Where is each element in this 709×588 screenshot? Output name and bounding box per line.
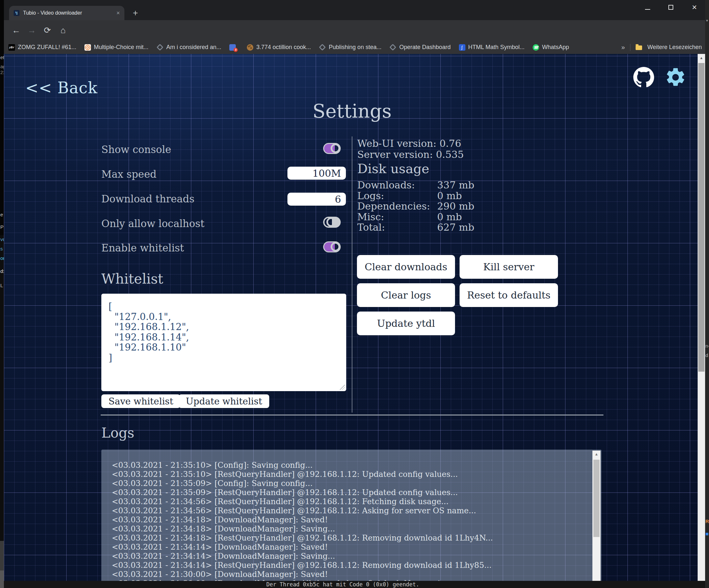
log-line: <03.03.2021 - 21:34:18> [DownloadManager…: [112, 515, 588, 524]
log-line: <03.03.2021 - 21:35:10> [RestQueryHandle…: [112, 470, 588, 479]
screen: ↯ Tubio - Video downloader × + × ← → ⟳ ⌂…: [0, 0, 709, 588]
disk-usage-value: 0 mb: [437, 190, 462, 201]
log-line: <03.03.2021 - 21:34:14> [DownloadManager…: [112, 542, 588, 552]
log-line: <03.03.2021 - 21:35:09> [RestQueryHandle…: [112, 488, 588, 497]
bookmark-unlabeled[interactable]: [229, 44, 239, 51]
bookmark-am-i-considered[interactable]: Am i considered an...: [157, 44, 221, 51]
log-line: <03.03.2021 - 21:34:14> [DownloadManager…: [112, 552, 588, 561]
logs-panel[interactable]: <03.03.2021 - 21:35:10> [Config]: Saving…: [101, 450, 602, 588]
update-whitelist-button[interactable]: Update whitelist: [179, 394, 269, 408]
bookmark-label: Multiple-Choice mit...: [94, 44, 149, 51]
logs-scrollbar-thumb[interactable]: [594, 460, 600, 537]
clear-downloads-button[interactable]: Clear downloads: [357, 255, 455, 279]
enable-whitelist-toggle[interactable]: [323, 241, 341, 252]
bookmark-zomg-zufall[interactable]: z0r ZOMG ZUFALL! #61...: [8, 44, 76, 51]
whitelist-title: Whitelist: [101, 271, 163, 287]
reload-icon[interactable]: ⟳: [41, 20, 54, 41]
back-nav-icon[interactable]: ←: [10, 20, 23, 41]
bookmark-html-math[interactable]: ∫ HTML Math Symbol...: [459, 44, 525, 51]
disk-usage-label: Misc:: [357, 212, 437, 223]
window-close-button[interactable]: ×: [690, 2, 699, 12]
bookmark-operate-dashboard[interactable]: Operate Dashboard: [389, 44, 450, 51]
page-scrollbar-thumb[interactable]: [698, 63, 705, 372]
log-line: <03.03.2021 - 21:35:09> [Config]: Saving…: [112, 479, 588, 488]
disk-usage-row: Logs:0 mb: [357, 191, 474, 201]
bookmark-favicon: [229, 44, 236, 51]
settings-gear-icon[interactable]: [664, 66, 687, 88]
disk-usage-value: 290 mb: [437, 200, 474, 212]
bookmark-whatsapp[interactable]: ☎ WhatsApp: [533, 44, 569, 51]
back-link[interactable]: << Back: [25, 79, 98, 97]
bookmark-label: Operate Dashboard: [399, 44, 450, 51]
background-window-left-edge: etag2:ePvosond:L: [0, 0, 4, 588]
bookmark-favicon: [157, 44, 163, 51]
log-line: <03.03.2021 - 21:34:14> [RestQueryHandle…: [112, 561, 588, 570]
other-bookmarks-label[interactable]: Weitere Lesezeichen: [647, 44, 702, 51]
disk-usage-label: Total:: [357, 222, 437, 233]
log-line: <03.03.2021 - 21:34:56> [RestQueryHandle…: [112, 497, 588, 506]
bookmark-favicon: [389, 44, 396, 51]
background-text-fragment: n-: [705, 343, 709, 349]
max-speed-label: Max speed: [101, 168, 157, 180]
forward-nav-icon[interactable]: →: [25, 20, 38, 41]
home-icon[interactable]: ⌂: [56, 20, 70, 41]
page-title: Settings: [0, 100, 704, 122]
maximize-button[interactable]: [668, 5, 673, 10]
textarea-resize-handle[interactable]: [340, 385, 345, 390]
background-text-fragment: e: [0, 212, 3, 217]
disk-usage-row: Downloads:337 mb: [357, 180, 474, 191]
background-text-fragment: P: [0, 224, 4, 230]
log-line: <03.03.2021 - 21:30:00> [DownloadManager…: [112, 570, 588, 579]
disk-usage-label: Dependencies:: [357, 201, 437, 212]
webui-version: Web-UI version: 0.76: [357, 138, 461, 149]
minimize-button[interactable]: [645, 9, 650, 10]
bookmark-multiple-choice[interactable]: Multiple-Choice mit...: [84, 44, 149, 51]
page-scrollbar[interactable]: ▲ ▼: [698, 54, 705, 588]
bookmark-label: Publishing on stea...: [329, 44, 381, 51]
disk-usage-value: 627 mb: [437, 222, 474, 233]
tab-title: Tubio - Video downloader: [23, 10, 114, 16]
window-titlebar: ↯ Tubio - Video downloader × + ×: [0, 0, 709, 20]
show-console-label: Show console: [101, 144, 171, 155]
background-text-fragment: on: [0, 255, 4, 261]
background-text-fragment: d:: [0, 269, 4, 274]
bookmark-label: 3.774 octillion cook...: [256, 44, 311, 51]
horizontal-divider: [101, 414, 603, 415]
bookmark-favicon: [319, 44, 326, 51]
background-text-fragment: ◼: [705, 532, 709, 536]
reset-defaults-button[interactable]: Reset to defaults: [459, 283, 558, 307]
server-version: Server version: 0.535: [357, 149, 464, 160]
bookmarks-overflow-icon[interactable]: »: [621, 44, 625, 51]
bookmark-octillion-cookies[interactable]: 3.774 octillion cook...: [247, 44, 311, 51]
background-text-fragment: 2:: [0, 70, 4, 75]
log-line: <03.03.2021 - 21:34:18> [DownloadManager…: [112, 524, 588, 533]
only-localhost-label: Only allow localhost: [101, 218, 204, 229]
tab-close-icon[interactable]: ×: [116, 10, 120, 17]
new-tab-button[interactable]: +: [130, 8, 141, 19]
bookmark-label: WhatsApp: [542, 44, 569, 51]
bookmark-publishing-steam[interactable]: Publishing on stea...: [319, 44, 381, 51]
update-ytdl-button[interactable]: Update ytdl: [357, 311, 455, 335]
only-localhost-toggle[interactable]: [323, 217, 341, 228]
bookmarks-bar: z0r ZOMG ZUFALL! #61... Multiple-Choice …: [0, 41, 709, 54]
logs-scroll-up-icon[interactable]: ▲: [593, 452, 601, 456]
download-threads-input[interactable]: [287, 193, 346, 206]
show-console-toggle[interactable]: [323, 143, 341, 154]
background-text-fragment: vo: [0, 236, 4, 242]
disk-usage-title: Disk usage: [357, 161, 429, 176]
page-scroll-up-icon[interactable]: ▲: [698, 56, 705, 60]
clear-logs-button[interactable]: Clear logs: [357, 283, 455, 307]
kill-server-button[interactable]: Kill server: [459, 255, 558, 279]
bookmark-favicon: ☎: [533, 44, 539, 51]
logs-scrollbar[interactable]: ▲: [593, 451, 601, 588]
background-text-fragment: ▼: [705, 19, 709, 22]
browser-tab[interactable]: ↯ Tubio - Video downloader ×: [9, 6, 124, 20]
max-speed-input[interactable]: [287, 167, 346, 180]
whitelist-textarea[interactable]: [ "127.0.0.1", "192.168.1.12", "192.168.…: [101, 294, 346, 391]
log-line: <03.03.2021 - 21:34:56> [RestQueryHandle…: [112, 506, 588, 515]
background-text-fragment: L: [0, 283, 3, 288]
save-whitelist-button[interactable]: Save whitelist: [101, 394, 180, 408]
background-text-fragment: d: [705, 353, 708, 358]
bookmark-label: HTML Math Symbol...: [468, 44, 525, 51]
github-icon[interactable]: [633, 67, 654, 88]
